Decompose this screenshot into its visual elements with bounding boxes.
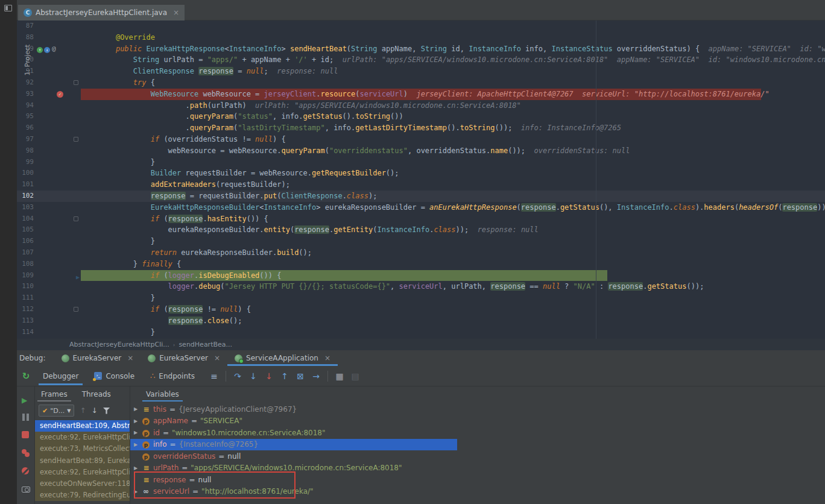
line-number-gutter[interactable]: 98 — [17, 145, 36, 157]
variable-row[interactable]: ▶≡this = {JerseyApplicationClient@7967} — [130, 403, 457, 415]
stop-icon[interactable] — [22, 431, 29, 438]
code-line[interactable]: 96 .queryParam("lastDirtyTimestamp", inf… — [17, 122, 825, 134]
code-text[interactable]: String urlPath = "apps/" + appName + '/'… — [81, 54, 825, 66]
line-number-gutter[interactable]: 92 — [17, 77, 36, 89]
view-breakpoints-icon[interactable] — [22, 449, 30, 458]
frame-row[interactable]: execute:92, EurekaHttpClien — [35, 432, 130, 443]
implement-marker-icon[interactable]: ↓ — [44, 47, 50, 53]
code-text[interactable]: public EurekaHttpResponse<InstanceInfo> … — [81, 43, 825, 55]
code-text[interactable]: EurekaHttpResponseBuilder<InstanceInfo> … — [81, 202, 825, 213]
frame-row[interactable]: execute:79, RedirectingEure — [35, 490, 130, 501]
code-text[interactable]: eurekaResponseBuilder.entity(response.ge… — [81, 224, 825, 236]
code-line[interactable]: 113 response.close(); — [17, 315, 825, 327]
fold-marker-icon[interactable] — [74, 137, 78, 142]
rerun-icon[interactable]: ↻ — [17, 371, 35, 382]
breadcrumb-class[interactable]: AbstractJerseyEurekaHttpCli... — [69, 341, 169, 348]
frame-row[interactable]: execute:73, MetricsCollecting — [35, 443, 130, 455]
code-line[interactable]: 104 if (response.hasEntity()) { — [17, 213, 825, 225]
run-to-cursor-icon[interactable]: → — [308, 371, 324, 381]
code-text[interactable]: webResource = webResource.queryParam("ov… — [81, 145, 825, 157]
code-line[interactable]: 102 response = requestBuilder.put(Client… — [17, 191, 825, 202]
tool-button-project[interactable]: 1: Project — [0, 20, 17, 75]
debug-session-tab-eurekaserver[interactable]: EurekaServer× — [141, 350, 227, 366]
close-icon[interactable]: × — [214, 354, 220, 362]
tool-button-structure[interactable]: Structure — [0, 464, 17, 504]
hide-frames-filter-icon[interactable] — [103, 408, 110, 414]
code-text[interactable]: .queryParam("status", info.getStatus().t… — [81, 111, 825, 122]
breadcrumb-method[interactable]: sendHeartBea... — [179, 341, 232, 348]
frame-row[interactable]: sendHeartBeat:109, Abstract — [35, 420, 130, 432]
code-line[interactable]: 109▶ if (logger.isDebugEnabled()) { — [17, 270, 825, 282]
thread-selector-dropdown[interactable]: ✔ "D... ▼ — [39, 405, 74, 417]
code-text[interactable]: } — [81, 292, 825, 304]
code-line[interactable]: 94 .path(urlPath) urlPath: "apps/SERVICE… — [17, 100, 825, 112]
close-icon[interactable]: × — [324, 354, 330, 362]
variable-row[interactable]: poverriddenStatus = null — [130, 450, 457, 462]
close-icon[interactable]: × — [173, 8, 179, 17]
expand-arrow-icon[interactable]: ▶ — [133, 442, 139, 447]
code-text[interactable]: if (logger.isDebugEnabled()) { — [81, 270, 825, 282]
code-line[interactable]: 101 addExtraHeaders(requestBuilder); — [17, 179, 825, 191]
code-line[interactable]: 111 } — [17, 292, 825, 304]
frame-row[interactable]: executeOnNewServer:118, R — [35, 478, 130, 490]
expand-arrow-icon[interactable]: ▶ — [133, 406, 139, 412]
mute-breakpoints-icon[interactable] — [22, 467, 29, 474]
override-marker-icon[interactable]: ↑ — [37, 47, 43, 53]
expand-arrow-icon[interactable]: ▶ — [133, 430, 139, 435]
code-text[interactable]: if (overriddenStatus != null) { — [81, 134, 825, 145]
code-text[interactable]: logger.debug("Jersey HTTP PUT {}/{}; sta… — [81, 281, 825, 292]
code-text[interactable]: } — [81, 157, 825, 168]
code-line[interactable]: 98 webResource = webResource.queryParam(… — [17, 145, 825, 157]
line-number-gutter[interactable]: 101 — [17, 179, 36, 191]
code-line[interactable]: 93✓ WebResource webResource = jerseyClie… — [17, 89, 825, 100]
code-text[interactable]: response = requestBuilder.put(ClientResp… — [81, 191, 825, 202]
evaluate-expression-icon[interactable]: ▦ — [332, 371, 347, 381]
line-number-gutter[interactable]: 112 — [17, 304, 36, 315]
line-number-gutter[interactable]: 103 — [17, 202, 36, 213]
variable-row[interactable]: ▶pinfo = {InstanceInfo@7265} — [130, 439, 457, 451]
debug-session-tab-eurekaserver[interactable]: EurekaServer× — [54, 350, 141, 366]
code-line[interactable]: 92 try { — [17, 77, 825, 89]
line-number-gutter[interactable]: 113 — [17, 315, 36, 327]
frame-up-icon[interactable]: ↑ — [80, 406, 86, 415]
line-number-gutter[interactable]: 108 — [17, 259, 36, 270]
code-text[interactable]: @Override — [81, 32, 825, 43]
frames-list[interactable]: sendHeartBeat:109, Abstractexecute:92, E… — [35, 420, 130, 504]
line-number-gutter[interactable]: 95 — [17, 111, 36, 122]
breakpoint-icon[interactable]: ✓ — [57, 91, 63, 98]
drop-frame-icon[interactable]: ⊠ — [292, 371, 308, 381]
code-text[interactable]: Builder requestBuilder = webResource.get… — [81, 168, 825, 179]
code-line[interactable]: 88 @Override — [17, 32, 825, 43]
line-number-gutter[interactable]: 107 — [17, 247, 36, 259]
tab-console[interactable]: ›_Console — [86, 366, 142, 386]
code-line[interactable]: 89↑↓@ public EurekaHttpResponse<Instance… — [17, 43, 825, 55]
code-text[interactable]: return eurekaResponseBuilder.build(); — [81, 247, 825, 259]
line-number-gutter[interactable]: 104 — [17, 213, 36, 225]
layout-menu-icon[interactable]: ≡ — [206, 371, 222, 381]
line-number-gutter[interactable]: 94 — [17, 100, 36, 112]
step-over-icon[interactable]: ↷ — [230, 371, 245, 381]
code-text[interactable] — [81, 20, 825, 32]
variable-row[interactable]: ▶pappName = "SERVICEA" — [130, 415, 457, 427]
line-number-gutter[interactable]: 100 — [17, 168, 36, 179]
code-line[interactable]: 91 ClientResponse response = null; respo… — [17, 66, 825, 77]
code-line[interactable]: 97 if (overriddenStatus != null) { — [17, 134, 825, 145]
editor-tab[interactable]: C AbstractJerseyEurekaHttpClient.java × — [18, 5, 185, 20]
code-line[interactable]: 114 } — [17, 327, 825, 338]
code-text[interactable]: .path(urlPath) urlPath: "apps/SERVICEA/w… — [81, 100, 825, 112]
code-text[interactable]: response.close(); — [81, 315, 825, 327]
frame-row[interactable]: sendHeartBeat:89, EurekaH — [35, 455, 130, 467]
line-number-gutter[interactable]: 93 — [17, 89, 36, 100]
line-number-gutter[interactable]: 106 — [17, 236, 36, 247]
code-text[interactable]: } — [81, 327, 825, 338]
debug-session-tab-serviceaapplication[interactable]: ServiceAApplication× — [227, 350, 338, 366]
code-line[interactable]: 105 eurekaResponseBuilder.entity(respons… — [17, 224, 825, 236]
tab-debugger[interactable]: Debugger — [35, 366, 86, 386]
code-text[interactable]: addExtraHeaders(requestBuilder); — [81, 179, 825, 191]
line-number-gutter[interactable]: 114 — [17, 327, 36, 338]
step-into-icon[interactable]: ↓ — [245, 371, 261, 381]
code-line[interactable]: 99 } — [17, 157, 825, 168]
tab-frames[interactable]: Frames — [35, 386, 74, 402]
code-text[interactable]: .queryParam("lastDirtyTimestamp", info.g… — [81, 122, 825, 134]
line-number-gutter[interactable]: 102 — [17, 191, 36, 202]
